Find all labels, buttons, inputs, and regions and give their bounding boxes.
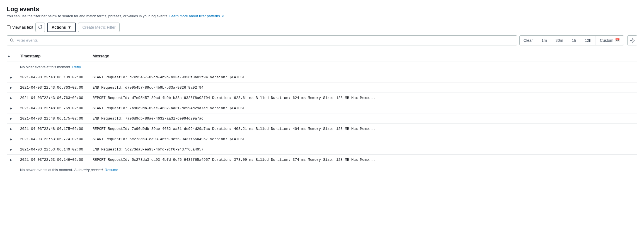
log-table-body: No older events at this moment. Retry ▶ … (7, 62, 637, 175)
external-link-icon: ↗ (221, 14, 224, 18)
timestamp-cell: 2021-04-03T22:53:05.774+02:00 (18, 134, 90, 144)
page-title: Log events (7, 6, 637, 13)
message-cell: REPORT RequestId: d7e95457-89cd-4b9b-b33… (90, 93, 637, 103)
view-as-text-label[interactable]: View as text (7, 25, 33, 30)
message-cell: END RequestId: 5c273da3-ea93-4bfd-9cf6-9… (90, 144, 637, 155)
expand-row-button[interactable]: ▶ (9, 137, 13, 141)
time-12h-button[interactable]: 12h (581, 35, 595, 45)
expand-cell-4: ▶ (7, 113, 18, 124)
col-timestamp-header: Timestamp (18, 50, 90, 62)
time-controls: Clear 1m 30m 1h 12h Custom 📅 (519, 35, 624, 45)
col-expand-header: ▶ (7, 50, 18, 62)
expand-cell-1: ▶ (7, 82, 18, 93)
view-as-text-checkbox[interactable] (7, 25, 11, 29)
search-icon (10, 38, 14, 43)
no-newer-events-row: No newer events at this moment. Auto ret… (7, 165, 637, 175)
message-cell: REPORT RequestId: 7a96d9db-89ae-4632-aa3… (90, 124, 637, 134)
expand-cell-7: ▶ (7, 144, 18, 155)
expand-row-button[interactable]: ▶ (9, 106, 13, 110)
expand-row-button[interactable]: ▶ (9, 158, 13, 162)
log-table: ▶ Timestamp Message No older events at t… (7, 50, 637, 175)
table-row: ▶ 2021-04-03T22:53:06.149+02:00 REPORT R… (7, 155, 637, 165)
table-header-row: ▶ Timestamp Message (7, 50, 637, 62)
expand-row-button[interactable]: ▶ (9, 75, 13, 79)
message-cell: START RequestId: d7e95457-89cd-4b9b-b33a… (90, 72, 637, 82)
expand-cell-8: ▶ (7, 155, 18, 165)
expand-cell-3: ▶ (7, 103, 18, 113)
timestamp-cell: 2021-04-03T22:43:06.763+02:00 (18, 93, 90, 103)
actions-button[interactable]: Actions ▼ (47, 23, 76, 32)
expand-cell-5: ▶ (7, 124, 18, 134)
toolbar: View as text Actions ▼ Create Metric Fil… (7, 23, 637, 32)
table-row: ▶ 2021-04-03T22:48:06.175+02:00 REPORT R… (7, 124, 637, 134)
search-wrapper (7, 35, 517, 45)
table-row: ▶ 2021-04-03T22:48:05.769+02:00 START Re… (7, 103, 637, 113)
calendar-icon: 📅 (615, 38, 620, 43)
svg-line-1 (13, 41, 14, 42)
table-row: ▶ 2021-04-03T22:43:06.139+02:00 START Re… (7, 72, 637, 82)
clear-time-button[interactable]: Clear (520, 35, 537, 45)
create-metric-button[interactable]: Create Metric Filter (78, 23, 120, 32)
expand-cell-0: ▶ (7, 72, 18, 82)
dropdown-arrow-icon: ▼ (68, 25, 72, 30)
expand-cell-6: ▶ (7, 134, 18, 144)
learn-more-link[interactable]: Learn more about filter patterns ↗ (169, 14, 224, 18)
expand-row-button[interactable]: ▶ (9, 147, 13, 152)
time-1h-button[interactable]: 1h (568, 35, 580, 45)
time-custom-button[interactable]: Custom 📅 (596, 35, 624, 45)
expand-cell-2: ▶ (7, 93, 18, 103)
expand-row-button[interactable]: ▶ (9, 127, 13, 131)
filter-events-input[interactable] (16, 38, 514, 43)
col-message-header: Message (90, 50, 637, 62)
table-row: ▶ 2021-04-03T22:53:05.774+02:00 START Re… (7, 134, 637, 144)
page-container: Log events You can use the filter bar be… (0, 0, 644, 248)
svg-point-2 (632, 40, 633, 41)
timestamp-cell: 2021-04-03T22:48:06.175+02:00 (18, 124, 90, 134)
refresh-icon (38, 25, 42, 30)
timestamp-cell: 2021-04-03T22:53:06.149+02:00 (18, 144, 90, 155)
time-30m-button[interactable]: 30m (552, 35, 567, 45)
message-cell: START RequestId: 5c273da3-ea93-4bfd-9cf6… (90, 134, 637, 144)
time-1m-button[interactable]: 1m (538, 35, 551, 45)
gear-icon (630, 38, 635, 43)
settings-button[interactable] (627, 35, 637, 45)
table-row: ▶ 2021-04-03T22:53:06.149+02:00 END Requ… (7, 144, 637, 155)
expand-all-button[interactable]: ▶ (7, 54, 11, 58)
page-subtitle: You can use the filter bar below to sear… (7, 14, 637, 18)
message-cell: END RequestId: d7e95457-89cd-4b9b-b33a-9… (90, 82, 637, 93)
message-cell: START RequestId: 7a96d9db-89ae-4632-aa31… (90, 103, 637, 113)
message-cell: REPORT RequestId: 5c273da3-ea93-4bfd-9cf… (90, 155, 637, 165)
refresh-button[interactable] (35, 23, 45, 32)
table-wrapper: ▶ Timestamp Message No older events at t… (7, 50, 637, 175)
expand-row-button[interactable]: ▶ (9, 96, 13, 100)
no-older-events-row: No older events at this moment. Retry (7, 62, 637, 72)
timestamp-cell: 2021-04-03T22:48:06.175+02:00 (18, 113, 90, 124)
table-row: ▶ 2021-04-03T22:43:06.763+02:00 REPORT R… (7, 93, 637, 103)
table-row: ▶ 2021-04-03T22:48:06.175+02:00 END Requ… (7, 113, 637, 124)
message-cell: END RequestId: 7a96d9db-89ae-4632-aa31-d… (90, 113, 637, 124)
timestamp-cell: 2021-04-03T22:43:06.763+02:00 (18, 82, 90, 93)
timestamp-cell: 2021-04-03T22:48:05.769+02:00 (18, 103, 90, 113)
filter-bar: Clear 1m 30m 1h 12h Custom 📅 (7, 35, 637, 45)
table-row: ▶ 2021-04-03T22:43:06.763+02:00 END Requ… (7, 82, 637, 93)
timestamp-cell: 2021-04-03T22:43:06.139+02:00 (18, 72, 90, 82)
resume-link[interactable]: Resume (105, 168, 118, 172)
retry-older-link[interactable]: Retry (72, 65, 81, 69)
expand-row-button[interactable]: ▶ (9, 116, 13, 121)
expand-row-button[interactable]: ▶ (9, 86, 13, 90)
timestamp-cell: 2021-04-03T22:53:06.149+02:00 (18, 155, 90, 165)
